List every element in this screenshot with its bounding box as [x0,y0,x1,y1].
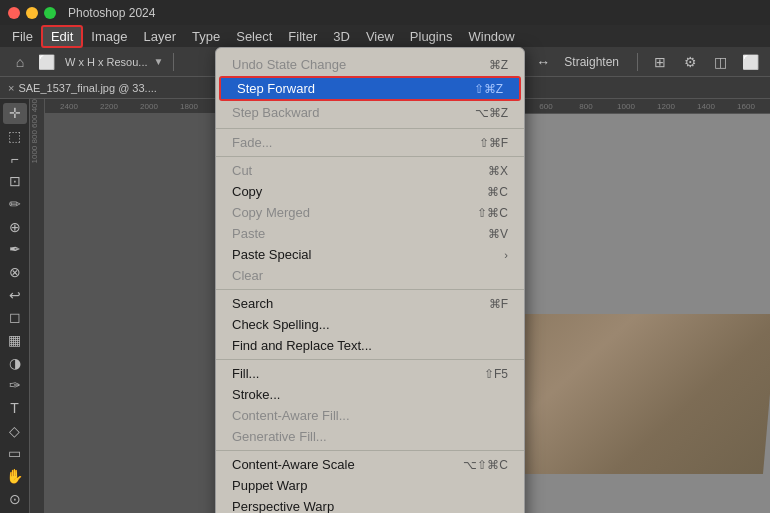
menu-item-image[interactable]: Image [83,27,135,46]
menu-item-undo[interactable]: Undo State Change ⌘Z [216,54,524,75]
zoom-tool[interactable]: ⊙ [3,488,27,509]
ruler-mark-1000: 1000 [606,102,646,111]
history-brush-tool[interactable]: ↩ [3,284,27,305]
copy-merged-label: Copy Merged [232,205,457,220]
menu-item-window[interactable]: Window [460,27,522,46]
menu-item-plugins[interactable]: Plugins [402,27,461,46]
shape-tool[interactable]: ▭ [3,443,27,464]
menu-item-perspective-warp[interactable]: Perspective Warp [216,496,524,513]
check-spelling-label: Check Spelling... [232,317,508,332]
dodge-tool[interactable]: ◑ [3,352,27,373]
hand-tool[interactable]: ✋ [3,466,27,487]
menu-item-3d[interactable]: 3D [325,27,358,46]
crop-tool[interactable]: ⊡ [3,171,27,192]
menu-item-content-aware-fill[interactable]: Content-Aware Fill... [216,405,524,426]
menu-item-fill[interactable]: Fill... ⇧F5 [216,363,524,384]
straighten-button[interactable]: Straighten [556,53,627,71]
edit-dropdown-menu: Undo State Change ⌘Z Step Forward ⇧⌘Z St… [215,47,525,513]
ruler-mark-2200: 2200 [89,102,129,111]
extra-icon[interactable]: ⬜ [738,50,762,74]
step-forward-highlight: Step Forward ⇧⌘Z [219,76,521,101]
menu-item-clear[interactable]: Clear [216,265,524,286]
ruler-mark-1800: 1800 [169,102,209,111]
clone-tool[interactable]: ⊗ [3,262,27,283]
ruler-mark-1600: 1600 [726,102,766,111]
menu-item-check-spelling[interactable]: Check Spelling... [216,314,524,335]
divider-1 [216,128,524,129]
find-replace-label: Find and Replace Text... [232,338,508,353]
menu-item-step-forward[interactable]: Step Forward ⇧⌘Z [221,78,519,99]
clear-label: Clear [232,268,508,283]
left-toolbar: ✛ ⬚ ⌐ ⊡ ✏ ⊕ ✒ ⊗ ↩ ◻ ▦ ◑ ✑ T ◇ ▭ ✋ ⊙ [0,99,30,513]
minimize-button[interactable] [26,7,38,19]
home-icon[interactable]: ⌂ [8,50,32,74]
close-button[interactable] [8,7,20,19]
fade-shortcut: ⇧⌘F [479,136,508,150]
undo-shortcut: ⌘Z [489,58,508,72]
menu-item-edit[interactable]: Edit [41,25,83,48]
settings-icon[interactable]: ⚙ [678,50,702,74]
menu-item-copy[interactable]: Copy ⌘C [216,181,524,202]
divider-4 [216,359,524,360]
text-tool[interactable]: T [3,398,27,419]
menu-item-cut[interactable]: Cut ⌘X [216,160,524,181]
separator-1 [173,53,174,71]
dimension-dropdown[interactable]: W x H x Resou... [65,56,148,68]
traffic-lights[interactable] [8,7,56,19]
selection-tool[interactable]: ⬚ [3,126,27,147]
step-backward-label: Step Backward [232,105,455,120]
move-tool[interactable]: ✛ [3,103,27,124]
paste-special-arrow: › [504,249,508,261]
fill-label: Fill... [232,366,464,381]
title-bar: Photoshop 2024 [0,0,770,25]
content-aware-scale-shortcut: ⌥⇧⌘C [463,458,508,472]
menu-item-file[interactable]: File [4,27,41,46]
menu-item-search[interactable]: Search ⌘F [216,293,524,314]
menu-item-generative-fill[interactable]: Generative Fill... [216,426,524,447]
maximize-button[interactable] [44,7,56,19]
menu-item-copy-merged[interactable]: Copy Merged ⇧⌘C [216,202,524,223]
healing-tool[interactable]: ⊕ [3,216,27,237]
menu-item-filter[interactable]: Filter [280,27,325,46]
vertical-ruler: 1000 800 600 400 [30,99,45,513]
cut-shortcut: ⌘X [488,164,508,178]
lasso-tool[interactable]: ⌐ [3,148,27,169]
menu-item-stroke[interactable]: Stroke... [216,384,524,405]
eyedropper-tool[interactable]: ✏ [3,194,27,215]
cut-label: Cut [232,163,468,178]
divider-3 [216,289,524,290]
pen-tool[interactable]: ✑ [3,375,27,396]
menu-section-history: Undo State Change ⌘Z Step Forward ⇧⌘Z St… [216,52,524,125]
menu-item-paste[interactable]: Paste ⌘V [216,223,524,244]
menu-item-fade[interactable]: Fade... ⇧⌘F [216,132,524,153]
step-forward-shortcut: ⇧⌘Z [474,82,503,96]
stroke-label: Stroke... [232,387,508,402]
gradient-tool[interactable]: ▦ [3,330,27,351]
menu-item-type[interactable]: Type [184,27,228,46]
menu-item-select[interactable]: Select [228,27,280,46]
ruler-mark-2000: 2000 [129,102,169,111]
menu-item-find-replace[interactable]: Find and Replace Text... [216,335,524,356]
path-tool[interactable]: ◇ [3,420,27,441]
fade-label: Fade... [232,135,459,150]
paste-special-label: Paste Special [232,247,504,262]
menu-item-layer[interactable]: Layer [136,27,185,46]
divider-5 [216,450,524,451]
tab-label: SAE_1537_final.jpg @ 33.... [18,82,156,94]
menu-item-step-backward[interactable]: Step Backward ⌥⌘Z [216,102,524,123]
menu-item-paste-special[interactable]: Paste Special › [216,244,524,265]
menu-item-puppet-warp[interactable]: Puppet Warp [216,475,524,496]
menu-item-view[interactable]: View [358,27,402,46]
tab-close-button[interactable]: × [8,82,14,94]
paste-label: Paste [232,226,468,241]
brush-tool[interactable]: ✒ [3,239,27,260]
ruler-mark-600: 600 [526,102,566,111]
grid-icon[interactable]: ⊞ [648,50,672,74]
ruler-mark-2400: 2400 [49,102,89,111]
panel-toggle-icon[interactable]: ◫ [708,50,732,74]
eraser-tool[interactable]: ◻ [3,307,27,328]
perspective-warp-label: Perspective Warp [232,499,508,513]
menu-item-content-aware-scale[interactable]: Content-Aware Scale ⌥⇧⌘C [216,454,524,475]
step-backward-shortcut: ⌥⌘Z [475,106,508,120]
search-label: Search [232,296,469,311]
